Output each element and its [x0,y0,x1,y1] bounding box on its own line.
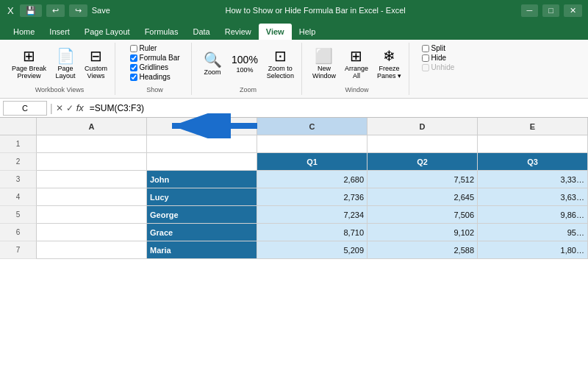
col-header-c[interactable]: C [257,118,368,135]
cell-e4[interactable]: 3,63… [478,188,588,206]
cell-c4[interactable]: 2,736 [257,188,368,206]
cell-b3-john[interactable]: John [147,171,257,188]
cell-a7[interactable] [37,241,147,259]
cell-e3[interactable]: 3,33… [478,171,588,188]
headings-checkbox-row[interactable]: Headings [130,73,180,81]
col-header-d[interactable]: D [368,118,478,135]
zoom-to-selection-button[interactable]: ⊡ Zoom toSelection [264,47,297,81]
cell-d2-q2[interactable]: Q2 [368,153,478,171]
split-checkbox[interactable] [422,45,429,52]
cancel-formula-icon[interactable]: ✕ [56,103,63,113]
tab-insert[interactable]: Insert [42,24,77,40]
confirm-formula-icon[interactable]: ✓ [66,103,74,113]
headings-checkbox[interactable] [130,74,137,81]
show-group-label: Show [118,86,191,93]
cell-c5[interactable]: 7,234 [257,206,368,224]
close-button[interactable]: ✕ [564,4,582,17]
ribbon-content: ⊞ Page BreakPreview 📄 PageLayout ⊟ Custo… [0,40,588,99]
tab-help[interactable]: Help [292,24,323,40]
custom-views-button[interactable]: ⊟ CustomViews [82,47,110,81]
formula-bar-checkbox-row[interactable]: Formula Bar [130,54,180,62]
col-headers: A B C D E [0,118,588,135]
cell-b7-maria[interactable]: Maria [147,241,257,259]
freeze-panes-button[interactable]: ❄ FreezePanes ▾ [374,47,404,81]
maximize-button[interactable]: □ [542,4,559,17]
split-hide-items: Split Hide Unhide [422,44,455,82]
window-group-label: Window [305,86,409,93]
custom-views-icon: ⊟ [90,49,102,63]
table-row: 1 [0,135,588,153]
cell-a1[interactable] [37,135,147,153]
group-window: ⬜ NewWindow ⊞ ArrangeAll ❄ FreezePanes ▾… [305,43,409,95]
page-break-icon: ⊞ [23,49,35,63]
tab-home[interactable]: Home [6,24,42,40]
ribbon-tabs: Home Insert Page Layout Formulas Data Re… [0,21,588,40]
page-layout-button[interactable]: 📄 PageLayout [52,47,79,81]
cell-e7[interactable]: 1,80… [478,241,588,259]
cell-c3[interactable]: 2,680 [257,171,368,188]
col-header-e[interactable]: E [478,118,588,135]
cell-d7[interactable]: 2,588 [368,241,478,259]
gridlines-label: Gridlines [140,63,168,71]
new-window-button[interactable]: ⬜ NewWindow [309,47,339,81]
tab-review[interactable]: Review [218,24,259,40]
cell-b5-george[interactable]: George [147,206,257,224]
table-row: 4 Lucy 2,736 2,645 3,63… [0,188,588,206]
arrange-all-button[interactable]: ⊞ ArrangeAll [342,47,371,81]
cell-d1[interactable] [368,135,478,153]
formula-bar-checkbox[interactable] [130,54,137,62]
page-break-preview-button[interactable]: ⊞ Page BreakPreview [9,47,49,81]
hide-label: Hide [431,54,447,62]
cell-c7[interactable]: 5,209 [257,241,368,259]
zoom-100-icon: 100% [232,54,258,65]
cell-a5[interactable] [37,206,147,224]
col-header-a[interactable]: A [37,118,147,135]
tab-data[interactable]: Data [185,24,217,40]
tab-page-layout[interactable]: Page Layout [77,24,137,40]
group-workbook-views: ⊞ Page BreakPreview 📄 PageLayout ⊟ Custo… [4,43,115,95]
formula-input[interactable] [87,103,585,113]
cell-a2[interactable] [37,153,147,171]
unhide-checkbox [422,64,429,71]
tab-view[interactable]: View [259,24,292,40]
save-button[interactable]: 💾 [20,4,42,17]
cell-e2-q3[interactable]: Q3 [478,153,588,171]
cell-d5[interactable]: 7,506 [368,206,478,224]
fx-icon[interactable]: fx [76,102,84,113]
cell-a6[interactable] [37,224,147,241]
formula-bar-label: Formula Bar [140,54,180,62]
hide-checkbox-row[interactable]: Hide [422,54,455,62]
gridlines-checkbox-row[interactable]: Gridlines [130,63,180,71]
cell-d3[interactable]: 7,512 [368,171,478,188]
name-box[interactable] [3,101,47,116]
ruler-checkbox[interactable] [130,45,137,52]
cell-b4-lucy[interactable]: Lucy [147,188,257,206]
cell-a3[interactable] [37,171,147,188]
tab-formulas[interactable]: Formulas [137,24,186,40]
cell-b6-grace[interactable]: Grace [147,224,257,241]
page-break-label: Page BreakPreview [12,65,46,79]
gridlines-checkbox[interactable] [130,64,137,71]
ruler-checkbox-row[interactable]: Ruler [130,44,180,52]
cell-e6[interactable]: 95… [478,224,588,241]
cell-d6[interactable]: 9,102 [368,224,478,241]
redo-button[interactable]: ↪ [69,4,87,17]
cell-e1[interactable] [478,135,588,153]
cell-c2-q1[interactable]: Q1 [257,153,368,171]
cell-c6[interactable]: 8,710 [257,224,368,241]
cell-e5[interactable]: 9,86… [478,206,588,224]
row-num: 7 [0,241,37,259]
cell-b2[interactable] [147,153,257,171]
save-label: Save [92,6,110,15]
split-checkbox-row[interactable]: Split [422,44,455,52]
cell-a4[interactable] [37,188,147,206]
zoom-100-button[interactable]: 100% 100% [229,53,261,75]
cell-c1[interactable] [257,135,368,153]
cell-d4[interactable]: 2,645 [368,188,478,206]
title-bar-controls: ─ □ ✕ [521,4,582,17]
title-bar: X 💾 ↩ ↪ Save How to Show or Hide Formula… [0,0,588,21]
zoom-button[interactable]: 🔍 Zoom [199,51,226,77]
hide-checkbox[interactable] [422,54,429,62]
minimize-button[interactable]: ─ [521,4,539,17]
undo-button[interactable]: ↩ [46,4,65,17]
